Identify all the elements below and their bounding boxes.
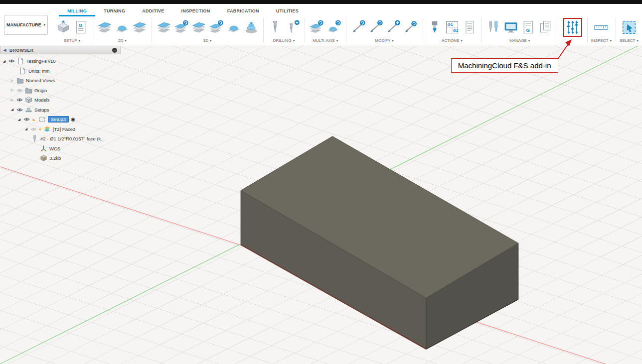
group-select: SELECT▾ [616,16,642,45]
machiningcloud-fs-addin-button[interactable]: MachiningCloud F&S add-in [563,18,582,37]
post-process-button[interactable]: G1 G2 [444,19,460,35]
tab-inspection[interactable]: INSPECTION [173,6,219,16]
tree-item-units[interactable]: Units: mm [0,66,121,76]
group-label-actions[interactable]: ACTIONS▾ [442,38,463,45]
tab-turning[interactable]: TURNING [95,6,134,16]
group-label-select[interactable]: SELECT▾ [620,38,639,45]
endmill-tool-icon [31,135,38,142]
tree-item-models[interactable]: ▷ Models [0,95,121,105]
measure-button[interactable] [593,19,609,35]
group-label-drilling[interactable]: DRILLING▾ [273,38,295,45]
collapsed-arrow-icon[interactable]: ▷ [10,88,14,92]
visibility-eye-icon[interactable] [16,97,23,103]
ribbon-toolbar: MANUFACTURE ▾ MILLING TURNING ADDITIVE I… [0,4,642,45]
visibility-eye-icon[interactable] [23,116,30,122]
setup-sheet-button[interactable] [462,19,478,35]
tool-library-button[interactable] [485,19,501,35]
group-actions: G1 G2 ACTIONS▾ [423,16,481,45]
expand-arrow-icon[interactable]: ◢ [24,127,28,131]
expand-arrow-icon[interactable]: ◢ [2,59,6,63]
trim-toolpath-button[interactable] [350,19,366,35]
units-document-icon [19,67,26,75]
2d-pocket-button[interactable] [114,19,130,35]
chevron-down-icon: ▾ [461,39,463,43]
group-label-3d[interactable]: 3D▾ [203,38,212,45]
tree-item-design[interactable]: ◢ TestingFs v10 [0,56,121,66]
fusion-manufacture-window: MANUFACTURE ▾ MILLING TURNING ADDITIVE I… [0,0,642,364]
pattern-toolpath-button[interactable] [368,19,384,35]
stock-cube-icon [40,154,47,162]
group-label-multi-axis[interactable]: MULTI-AXIS▾ [313,38,338,45]
group-label-setup[interactable]: SETUP▾ [64,38,80,45]
post-library-button[interactable]: G [520,19,536,35]
visibility-eye-off-icon[interactable] [30,126,37,132]
tree-item-label: #2 - Ø1 1/2"R0.0157" face (k... [40,136,105,141]
ribbon-right: MILLING TURNING ADDITIVE INSPECTION FABR… [52,4,642,45]
template-library-button[interactable] [538,19,554,35]
3d-adaptive-button[interactable] [156,19,172,35]
group-label-modify[interactable]: MODIFY▾ [375,38,394,45]
window-selection-button[interactable] [621,19,637,35]
drill-button[interactable] [267,19,283,35]
machine-library-button[interactable] [503,19,519,35]
tap-button[interactable] [285,19,301,35]
visibility-eye-off-icon[interactable] [16,87,23,94]
2d-contour-button[interactable] [132,19,148,35]
simulate-button[interactable] [427,19,443,35]
3d-spiral-button[interactable] [243,19,259,35]
collapsed-arrow-icon[interactable]: ▷ [10,79,14,83]
tree-item-named-views[interactable]: ▷ Named Views [0,76,121,86]
3d-scallop-button[interactable] [226,19,242,35]
browser-tree: ◢ TestingFs v10 Units: mm ▷ Named Views … [0,54,121,163]
3d-parallel-button[interactable] [191,19,207,35]
chevron-down-icon: ▾ [79,39,81,43]
new-setup-button[interactable] [55,19,71,35]
tab-additive[interactable]: ADDITIVE [134,6,172,16]
chevron-down-icon: ▾ [610,39,612,43]
tab-fabrication[interactable]: FABRICATION [219,6,268,16]
tree-item-origin[interactable]: ▷ Origin [0,86,121,96]
group-label-inspect[interactable]: INSPECT▾ [591,38,612,45]
group-label-2d[interactable]: 2D▾ [118,38,127,45]
visibility-eye-icon[interactable] [16,107,23,113]
tab-milling[interactable]: MILLING [59,6,95,16]
tree-item-wcs[interactable]: WCS [0,144,121,154]
setups-clamp-icon [25,106,32,114]
collapse-browser-icon[interactable]: ◀ [3,48,6,52]
status-dot-icon: ● [39,127,41,131]
group-2d: 2D▾ [93,16,151,45]
expand-arrow-icon[interactable]: ◢ [17,118,21,121]
tree-item-stock[interactable]: 3.2kb [0,153,121,163]
tree-item-setup3[interactable]: ◢ ◣ Setup3 ◉ [0,115,121,124]
tab-utilities[interactable]: UTILITIES [268,6,307,16]
nc-program-button[interactable]: G [73,19,89,35]
expand-arrow-icon[interactable]: ◢ [10,108,14,112]
tree-item-setups[interactable]: ◢ Setups [0,105,121,115]
multiaxis-contour-button[interactable] [326,19,342,35]
3d-steep-shallow-button[interactable] [208,19,224,35]
2d-face-button[interactable] [97,19,113,35]
edit-toolpath-button[interactable] [403,19,419,35]
visibility-eye-icon[interactable] [8,58,15,64]
swarf-button[interactable] [309,19,324,35]
group-addin: MachiningCloud F&S add-in [559,16,587,45]
browser-options-icon[interactable] [112,48,117,53]
group-setup: G SETUP▾ [52,16,92,45]
group-3d: 3D▾ [153,16,263,45]
workspace-selector-button[interactable]: MANUFACTURE ▾ [4,15,48,35]
warning-wedge-icon: ◣ [32,118,36,121]
workspace-label: MANUFACTURE [6,22,41,27]
group-label-manage[interactable]: MANAGE▾ [509,38,530,45]
stock-body[interactable] [241,136,518,349]
viewport-3d[interactable]: ◀ BROWSER ◢ TestingFs v10 Units: mm ▷ [0,46,642,364]
tree-item-label-selected: Setup3 [48,116,69,122]
3d-pocket-button[interactable] [173,19,189,35]
tree-item-face3-operation[interactable]: ◢ ● [T2] Face3 [0,124,121,134]
browser-title: BROWSER [9,48,109,53]
tree-item-label: Models [34,97,50,103]
mirror-toolpath-button[interactable] [385,19,401,35]
tree-item-tool[interactable]: #2 - Ø1 1/2"R0.0157" face (k... [0,134,121,144]
setup-frame-icon [38,116,46,123]
collapsed-arrow-icon[interactable]: ▷ [10,98,14,102]
active-setup-icon[interactable]: ◉ [71,117,75,122]
